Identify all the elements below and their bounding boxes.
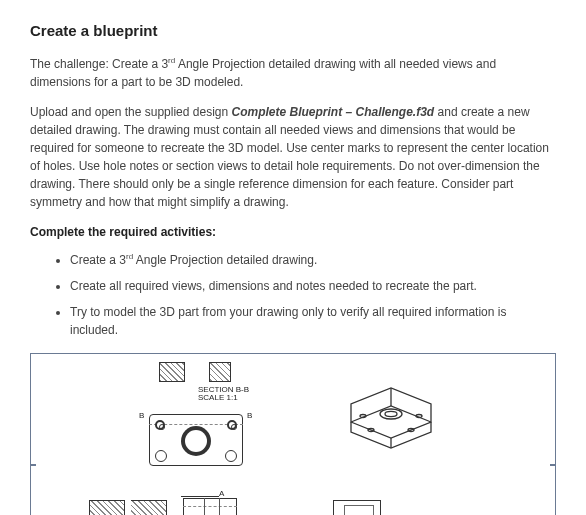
svg-point-1	[385, 411, 397, 416]
section-bb-label: SECTION B-B SCALE 1:1	[173, 386, 223, 395]
isometric-svg-icon	[331, 382, 451, 454]
para2-p1: Upload and open the supplied design	[30, 105, 232, 119]
intro-paragraph: The challenge: Create a 3rd Angle Projec…	[30, 55, 556, 91]
activity-post: Angle Projection detailed drawing.	[133, 253, 317, 267]
page-heading: Create a blueprint	[30, 20, 556, 43]
activity-item: Try to model the 3D part from your drawi…	[70, 303, 556, 339]
side-view-block	[183, 498, 237, 516]
blueprint-drawing-frame: SECTION B-B SCALE 1:1 B B	[30, 353, 556, 516]
section-bb-view	[159, 362, 231, 382]
para2-p2: and create a new detailed drawing. The d…	[30, 105, 549, 209]
activities-list: Create a 3rd Angle Projection detailed d…	[70, 251, 556, 339]
activities-label: Complete the required activities:	[30, 223, 556, 241]
svg-point-0	[380, 409, 402, 419]
corner-hole-icon	[155, 450, 167, 462]
end-view-block	[333, 500, 381, 516]
section-a-marker-top: A	[219, 490, 224, 499]
corner-hole-icon	[155, 420, 165, 430]
intro-prefix: The challenge: Create a 3	[30, 57, 168, 71]
activity-pre: Try to model the 3D part from your drawi…	[70, 305, 506, 337]
activity-pre: Create a 3	[70, 253, 126, 267]
supplied-filename: Complete Blueprint – Challenge.f3d	[232, 105, 435, 119]
center-hole-icon	[181, 426, 211, 456]
frame-tick-right	[550, 464, 556, 466]
section-b-marker-right: B	[247, 412, 252, 421]
section-b-marker-left: B	[139, 412, 144, 421]
isometric-view	[331, 382, 451, 454]
section-a-arrow	[181, 496, 219, 497]
instructions-paragraph: Upload and open the supplied design Comp…	[30, 103, 556, 211]
corner-hole-icon	[227, 420, 237, 430]
section-aa-hatch-right	[131, 500, 167, 516]
activity-pre: Create all required views, dimensions an…	[70, 279, 477, 293]
section-aa-hatch-left	[89, 500, 125, 516]
frame-tick-left	[30, 464, 36, 466]
section-bb-line2: SCALE 1:1	[198, 394, 238, 403]
corner-hole-icon	[225, 450, 237, 462]
activity-item: Create a 3rd Angle Projection detailed d…	[70, 251, 556, 269]
activity-item: Create all required views, dimensions an…	[70, 277, 556, 295]
